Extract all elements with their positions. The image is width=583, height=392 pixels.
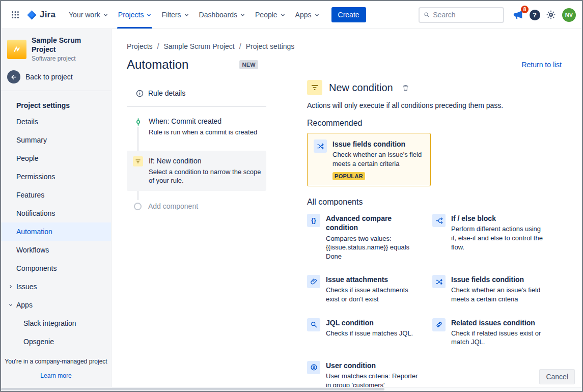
all-components-heading: All components (307, 198, 562, 207)
nav-dashboards[interactable]: Dashboards (194, 1, 251, 29)
component-related-issues-condition[interactable]: Related issues condition Check if relate… (432, 318, 558, 347)
sidebar-item-workflows[interactable]: Workflows (1, 241, 111, 259)
delete-condition-button[interactable] (401, 83, 410, 93)
horizontal-scrollbar[interactable] (1, 387, 582, 391)
component-advanced-compare-condition[interactable]: {} Advanced compare condition Compares t… (307, 214, 432, 261)
rule-details-button[interactable]: Rule details (127, 87, 266, 99)
rule-column: Rule details When: Commit created (127, 80, 266, 389)
component-title: Advanced compare condition (326, 214, 419, 232)
component-description: Compares two values: {{issue.status.name… (326, 234, 419, 261)
sidebar-item-label: Notifications (16, 209, 55, 217)
breadcrumb-project-settings[interactable]: Project settings (235, 42, 295, 50)
add-component-button[interactable]: Add component (127, 199, 266, 213)
chevron-down-icon (240, 13, 245, 17)
jira-app-window: Jira Your work Projects Filters Dashboar… (0, 0, 583, 392)
back-to-project-label: Back to project (25, 73, 73, 81)
component-description: Checks if issue matches JQL. (326, 329, 413, 338)
chevron-down-icon (103, 13, 108, 17)
component-title: If / else block (451, 214, 544, 223)
nav-label: Your work (69, 11, 100, 19)
condition-step-new-condition[interactable]: If: New condition Select a condition to … (127, 151, 266, 191)
sidebar-item-features[interactable]: Features (1, 186, 111, 204)
sidebar-item-notifications[interactable]: Notifications (1, 204, 111, 222)
nav-your-work[interactable]: Your work (64, 1, 113, 29)
return-to-list-link[interactable]: Return to list (521, 61, 562, 69)
component-description: Perform different actions using if, else… (451, 225, 544, 251)
search-input[interactable] (433, 11, 499, 19)
component-jql-condition[interactable]: JQL condition Checks if issue matches JQ… (307, 318, 432, 347)
component-issue-fields-condition[interactable]: Issue fields condition Check whether an … (432, 275, 558, 303)
user-avatar[interactable]: NV (562, 8, 576, 22)
jira-logo-icon (26, 10, 37, 20)
nav-label: Projects (118, 11, 144, 19)
nav-apps[interactable]: Apps (290, 1, 324, 29)
app-switcher-button[interactable] (7, 7, 23, 23)
nav-projects[interactable]: Projects (113, 1, 157, 29)
panel-subtitle: Actions will only execute if all conditi… (307, 101, 562, 109)
search-icon (424, 11, 430, 18)
learn-more-link[interactable]: Learn more (40, 372, 71, 379)
panel-title: New condition (329, 82, 393, 94)
sidebar-item-apps[interactable]: Apps (1, 296, 111, 314)
link-icon (432, 318, 446, 331)
condition-step-subtitle: Select a condition to narrow the scope o… (149, 167, 261, 185)
help-button[interactable]: ? (526, 7, 543, 23)
shuffle-icon (432, 275, 446, 288)
title-row: Automation NEW Return to list (127, 58, 562, 72)
nav-label: Filters (161, 11, 181, 19)
chevron-down-icon (147, 13, 151, 17)
nav-people[interactable]: People (250, 1, 290, 29)
components-grid: {} Advanced compare condition Compares t… (307, 214, 562, 389)
divider (127, 106, 266, 107)
new-badge: NEW (239, 60, 258, 69)
component-title: JQL condition (326, 318, 413, 327)
nav-label: Dashboards (199, 11, 238, 19)
back-to-project[interactable]: Back to project (7, 70, 105, 83)
jira-logo[interactable]: Jira (26, 10, 55, 20)
notifications-button[interactable]: 8 (510, 7, 526, 23)
breadcrumb-projects[interactable]: Projects (127, 42, 153, 50)
component-description: Check if related issues exist or match J… (451, 329, 544, 347)
sidebar-item-people[interactable]: People (1, 149, 111, 167)
sidebar-item-label: Workflows (16, 246, 49, 254)
project-type: Software project (32, 55, 105, 62)
sidebar-item-components[interactable]: Components (1, 259, 111, 277)
sidebar-item-permissions[interactable]: Permissions (1, 167, 111, 186)
cancel-button[interactable]: Cancel (539, 369, 575, 384)
add-component-circle-icon (134, 203, 142, 210)
sidebar-item-slack-integration[interactable]: Slack integration (1, 314, 111, 332)
search-box[interactable] (419, 7, 504, 23)
breadcrumb-project[interactable]: Sample Scrum Project (153, 42, 235, 50)
automation-builder: Rule details When: Commit created (127, 80, 562, 389)
component-description: Checks if issue attachments exist or don… (326, 286, 419, 303)
breadcrumb: Projects Sample Scrum Project Project se… (127, 42, 562, 50)
create-button[interactable]: Create (331, 7, 366, 22)
recommended-issue-fields-condition-card[interactable]: Issue fields condition Check whether an … (307, 133, 431, 186)
recommended-card-title: Issue fields condition (332, 139, 424, 149)
sidebar-item-label: Details (16, 118, 38, 126)
sidebar-item-automation[interactable]: Automation (1, 222, 111, 241)
trigger-step-commit-created[interactable]: When: Commit created Rule is run when a … (127, 111, 266, 143)
sidebar-item-issues[interactable]: Issues (1, 277, 111, 296)
primary-nav: Your work Projects Filters Dashboards Pe… (64, 1, 324, 29)
scrollbar-thumb[interactable] (1, 388, 384, 390)
component-issue-attachments[interactable]: Issue attachments Checks if issue attach… (307, 275, 432, 303)
nav-filters[interactable]: Filters (156, 1, 193, 29)
sidebar-item-details[interactable]: Details (1, 113, 111, 131)
component-title: User condition (326, 361, 419, 370)
help-icon: ? (530, 10, 540, 20)
panel-header: New condition (307, 80, 562, 95)
component-user-condition[interactable]: User condition User matches criteria: Re… (307, 361, 432, 389)
sidebar-item-label: Slack integration (23, 319, 76, 327)
chevron-down-icon (9, 303, 13, 307)
chevron-down-icon (184, 13, 189, 17)
filter-icon (307, 80, 322, 95)
chevron-down-icon (281, 13, 285, 17)
sidebar-item-summary[interactable]: Summary (1, 131, 111, 149)
sidebar-item-label: Permissions (16, 173, 55, 181)
settings-button[interactable] (543, 7, 559, 23)
sidebar-item-opsgenie[interactable]: Opsgenie (1, 332, 111, 351)
project-name: Sample Scrum Project (32, 36, 105, 54)
component-if-else-block[interactable]: If / else block Perform different action… (432, 214, 558, 261)
sidebar-item-label: Summary (16, 136, 47, 144)
